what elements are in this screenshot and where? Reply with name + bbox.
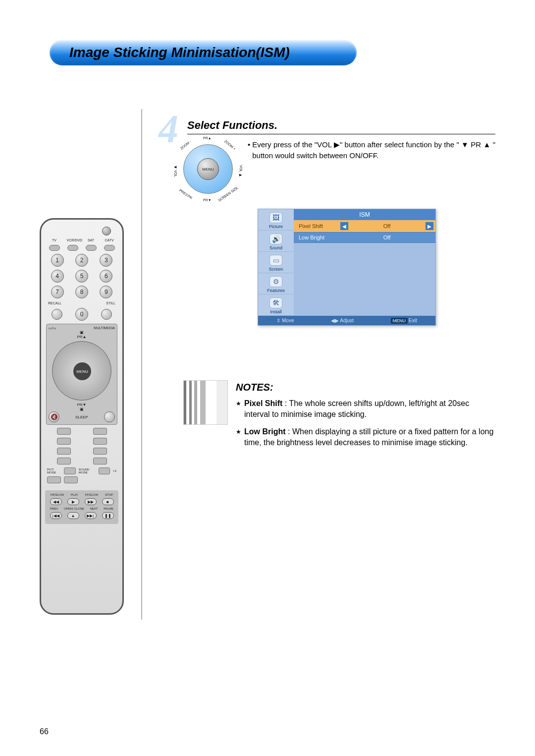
pict-mode-button[interactable] <box>64 467 75 474</box>
nav-label: PR▲ <box>203 136 212 140</box>
rewind-button[interactable]: ◀◀ <box>50 498 62 505</box>
transport-label: STOP <box>105 493 113 496</box>
osd-tab-screen[interactable]: ▭Screen <box>258 252 294 273</box>
power-button[interactable] <box>102 227 111 235</box>
sound-mode-button[interactable] <box>99 467 110 474</box>
num-button-2[interactable]: 2 <box>75 254 88 267</box>
num-button-7[interactable]: 7 <box>51 286 64 298</box>
step-title: Select Functions. <box>187 119 277 131</box>
pict-mode-label: PICT. MODE <box>47 468 61 474</box>
nav-center-menu[interactable]: MENU <box>197 158 219 180</box>
num-button-4[interactable]: 4 <box>51 270 64 283</box>
instr-text: Every press of the "VOL <box>252 140 334 149</box>
num-button-5[interactable]: 5 <box>75 270 88 283</box>
transport-label: FR/SLOW <box>51 493 64 496</box>
aux-button[interactable] <box>47 476 61 483</box>
sound-mode-label: SOUND MODE <box>79 468 96 474</box>
sleep-label: SLEEP <box>75 415 88 419</box>
picture-icon: 🖼 <box>269 212 282 223</box>
remote-dpad[interactable]: MENU <box>52 341 111 401</box>
transport-label: PAUSE <box>104 507 113 510</box>
aux-button[interactable] <box>57 428 71 435</box>
transport-label: FF/SLOW <box>85 493 99 496</box>
recall-label: RECALL <box>48 301 61 305</box>
aux-button[interactable] <box>64 476 78 483</box>
osd-tab-label: Picture <box>269 224 283 229</box>
aux-button[interactable] <box>57 458 71 465</box>
multimedia-label: MULTIMEDIA <box>94 326 115 330</box>
osd-row-name: Pixel Shift <box>296 223 340 229</box>
features-icon: ⚙ <box>269 276 282 287</box>
num-button-8[interactable]: 8 <box>75 286 88 298</box>
aux-button[interactable] <box>93 428 107 435</box>
nav-label: ZOOM + <box>224 139 236 151</box>
notes-icon <box>183 380 228 425</box>
osd-sidebar: 🖼Picture 🔊Sound ▭Screen ⚙Features 🛠Insta… <box>258 209 294 316</box>
left-arrow-icon[interactable]: ◀ <box>340 222 348 230</box>
star-icon: ★ <box>236 400 241 420</box>
right-arrow-icon[interactable]: ▶ <box>426 222 433 230</box>
osd-tab-install[interactable]: 🛠Install <box>258 294 294 316</box>
osd-footer: ⇳ Move ◀▶ Adjust MENUExit <box>258 316 435 325</box>
num-button-6[interactable]: 6 <box>100 270 112 283</box>
num-button-1[interactable]: 1 <box>51 254 64 267</box>
osd-row-value: Off <box>348 223 426 229</box>
num-button-0[interactable]: 0 <box>75 308 88 321</box>
osd-tab-features[interactable]: ⚙Features <box>258 273 294 294</box>
mute-button[interactable]: 🔇 <box>49 411 59 422</box>
step-instruction: • Every press of the "VOL ▶" button afte… <box>248 139 495 199</box>
pr-up-label: PR▲ <box>77 335 86 339</box>
device-button[interactable] <box>86 245 97 251</box>
note-label: Low Bright <box>244 427 286 436</box>
still-label: STILL <box>106 301 115 305</box>
page-title: Image Sticking Minimisation(ISM) <box>50 40 357 65</box>
ff-button[interactable]: ▶▶ <box>85 498 97 505</box>
step-number: 4 <box>159 109 178 149</box>
bullet-icon: • <box>248 139 250 161</box>
remote-control-illustration: TV VCR/DVD SAT CATV 1 2 3 4 5 6 <box>40 218 124 615</box>
play-button[interactable]: ▶ <box>67 498 79 505</box>
next-button[interactable]: ▶▶| <box>85 512 97 519</box>
sleep-button[interactable] <box>104 411 115 422</box>
nav-label: VOL ▶ <box>239 165 243 177</box>
aux-button[interactable] <box>93 438 107 445</box>
osd-tab-sound[interactable]: 🔊Sound <box>258 231 294 252</box>
nav-pad-illustration: PR▲ MENU ZOOM - ZOOM + ◀ VOL VOL ▶ PREV.… <box>178 139 238 199</box>
num-button-3[interactable]: 3 <box>100 254 112 267</box>
device-button[interactable] <box>104 245 115 251</box>
menu-button[interactable]: MENU <box>73 362 91 380</box>
device-button[interactable] <box>67 245 78 251</box>
transport-label: PLAY <box>71 493 78 496</box>
aux-button[interactable] <box>93 448 107 455</box>
osd-tab-picture[interactable]: 🖼Picture <box>258 209 294 231</box>
osd-row-value: Off <box>348 234 426 240</box>
eject-button[interactable]: ▲ <box>67 512 79 519</box>
column-divider <box>141 109 142 620</box>
osd-foot-exit: Exit <box>409 318 417 323</box>
osd-row-low-bright[interactable]: Low Bright Off <box>294 233 435 243</box>
osd-tab-label: Install <box>270 309 282 314</box>
transport-label: PREV <box>50 507 58 510</box>
iii-label: I·II <box>113 469 116 472</box>
aux-button[interactable] <box>57 438 71 445</box>
osd-tab-label: Screen <box>269 267 283 272</box>
stop-button[interactable]: ■ <box>102 498 114 505</box>
recall-button[interactable] <box>52 309 62 320</box>
install-icon: 🛠 <box>269 297 282 308</box>
notes-title: NOTES: <box>236 380 495 394</box>
prev-button[interactable]: |◀◀ <box>50 512 62 519</box>
page-number: 66 <box>40 727 49 736</box>
device-button[interactable] <box>49 245 60 251</box>
osd-row-pixel-shift[interactable]: Pixel Shift ◀ Off ▶ <box>294 220 435 233</box>
page-title-text: Image Sticking Minimisation(ISM) <box>69 45 290 60</box>
vol-right-arrow-icon: ▶ <box>334 140 340 149</box>
pause-button[interactable]: ❚❚ <box>102 512 114 519</box>
nav-label: PR▼ <box>203 198 212 202</box>
still-button[interactable] <box>101 309 112 320</box>
num-button-9[interactable]: 9 <box>100 286 112 298</box>
aux-button[interactable] <box>57 448 71 455</box>
osd-tab-label: Features <box>267 288 285 293</box>
osd-foot-move: Move <box>282 318 294 323</box>
aux-button[interactable] <box>93 458 107 465</box>
pr-arrows-icon: ▼ PR ▲ <box>461 140 490 149</box>
